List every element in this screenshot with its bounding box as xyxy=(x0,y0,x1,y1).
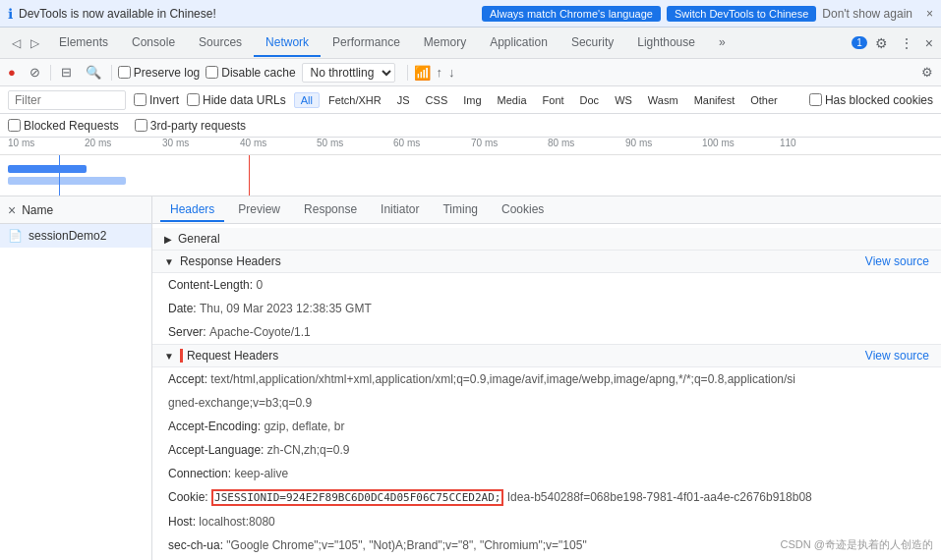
response-view-source-link[interactable]: View source xyxy=(865,254,929,268)
search-button[interactable]: 🔍 xyxy=(82,63,105,82)
request-header-accept: Accept: text/html,application/xhtml+xml,… xyxy=(152,367,941,391)
timeline-vline-red xyxy=(249,155,250,196)
type-other[interactable]: Other xyxy=(743,92,785,108)
disable-cache-check[interactable]: Disable cache xyxy=(206,66,295,80)
type-filters: All Fetch/XHR JS CSS Img Media Font Doc … xyxy=(294,92,785,108)
type-ws[interactable]: WS xyxy=(608,92,639,108)
response-headers-title: Response Headers xyxy=(180,254,281,268)
type-manifest[interactable]: Manifest xyxy=(687,92,742,108)
back-icon[interactable]: ◁ xyxy=(8,34,25,52)
tab-headers[interactable]: Headers xyxy=(160,198,224,222)
general-section-title: General xyxy=(178,232,220,246)
type-font[interactable]: Font xyxy=(536,92,571,108)
tab-network[interactable]: Network xyxy=(254,29,321,57)
type-img[interactable]: Img xyxy=(456,92,488,108)
type-wasm[interactable]: Wasm xyxy=(641,92,685,108)
request-headers-title: Request Headers xyxy=(180,349,278,363)
tab-timing[interactable]: Timing xyxy=(433,198,488,222)
upload-icon[interactable]: ↑ xyxy=(437,65,443,80)
type-fetch-xhr[interactable]: Fetch/XHR xyxy=(322,92,388,108)
switch-to-chinese-button[interactable]: Switch DevTools to Chinese xyxy=(667,6,816,22)
timeline-mark-40: 40 ms xyxy=(240,138,266,148)
response-headers-section[interactable]: ▼ Response Headers View source xyxy=(152,251,941,273)
response-header-server: Server: Apache-Coyote/1.1 xyxy=(152,320,941,344)
tab-response[interactable]: Response xyxy=(294,198,367,222)
tab-preview[interactable]: Preview xyxy=(228,198,290,222)
filter-input[interactable] xyxy=(8,90,126,110)
third-party-checkbox[interactable] xyxy=(135,119,147,132)
has-blocked-cookies-checkbox[interactable] xyxy=(809,93,822,106)
has-blocked-cookies-check[interactable]: Has blocked cookies xyxy=(809,93,933,107)
type-all[interactable]: All xyxy=(294,92,320,108)
hide-data-urls-checkbox[interactable] xyxy=(187,93,200,106)
blocked-requests-checkbox[interactable] xyxy=(8,119,21,132)
invert-checkbox[interactable] xyxy=(134,93,147,106)
close-panel-icon[interactable]: × xyxy=(8,202,16,218)
info-bar: ℹ DevTools is now available in Chinese! … xyxy=(0,0,941,28)
request-list: × Name 📄 sessionDemo2 xyxy=(0,196,152,560)
dont-show-again-link[interactable]: Don't show again xyxy=(822,7,912,21)
request-item-sessiondemo2[interactable]: 📄 sessionDemo2 xyxy=(0,224,151,248)
type-doc[interactable]: Doc xyxy=(573,92,607,108)
timeline-mark-20: 20 ms xyxy=(85,138,111,148)
general-arrow-icon: ▶ xyxy=(164,234,172,245)
network-settings-icon[interactable]: ⚙ xyxy=(917,63,937,82)
filter-button[interactable]: ⊟ xyxy=(57,63,76,82)
devtools-tabs: ◁ ▷ Elements Console Sources Network Per… xyxy=(0,28,941,59)
tab-elements[interactable]: Elements xyxy=(47,29,120,57)
request-headers-section[interactable]: ▼ Request Headers View source xyxy=(152,344,941,367)
type-media[interactable]: Media xyxy=(491,92,534,108)
timeline-bar-blue xyxy=(8,165,87,173)
tab-application[interactable]: Application xyxy=(478,29,559,57)
request-name: sessionDemo2 xyxy=(29,229,106,243)
nav-icons: ◁ ▷ xyxy=(4,34,47,52)
wifi-icon[interactable]: 📶 xyxy=(414,65,431,81)
timeline-bar-light xyxy=(8,177,126,185)
filter-bar: Invert Hide data URLs All Fetch/XHR JS C… xyxy=(0,86,941,114)
timeline-mark-50: 50 ms xyxy=(317,138,343,148)
blocked-bar: Blocked Requests 3rd-party requests xyxy=(0,114,941,138)
forward-icon[interactable]: ▷ xyxy=(27,34,43,52)
timeline-mark-80: 80 ms xyxy=(548,138,574,148)
request-view-source-link[interactable]: View source xyxy=(865,349,929,363)
info-close-button[interactable]: × xyxy=(926,7,933,21)
detail-content: ▶ General ▼ Response Headers View source… xyxy=(152,224,941,560)
request-header-connection: Connection: keep-alive xyxy=(152,462,941,485)
type-css[interactable]: CSS xyxy=(419,92,455,108)
timeline-mark-60: 60 ms xyxy=(393,138,420,148)
preserve-log-check[interactable]: Preserve log xyxy=(118,66,200,80)
match-language-button[interactable]: Always match Chrome's language xyxy=(482,6,661,22)
notification-badge: 1 xyxy=(852,36,867,49)
tab-sources[interactable]: Sources xyxy=(187,29,254,57)
record-button[interactable]: ● xyxy=(4,63,20,82)
throttle-select[interactable]: No throttling xyxy=(302,63,395,83)
tab-console[interactable]: Console xyxy=(120,29,187,57)
blocked-requests-check[interactable]: Blocked Requests xyxy=(8,119,119,133)
general-section-header[interactable]: ▶ General xyxy=(152,228,941,251)
tab-cookies[interactable]: Cookies xyxy=(492,198,554,222)
clear-button[interactable]: ⊘ xyxy=(26,63,44,82)
request-arrow-icon: ▼ xyxy=(164,351,174,362)
settings-icon[interactable]: ⚙ xyxy=(871,31,892,55)
tab-security[interactable]: Security xyxy=(559,29,625,57)
response-arrow-icon: ▼ xyxy=(164,256,174,267)
network-toolbar: ● ⊘ ⊟ 🔍 Preserve log Disable cache No th… xyxy=(0,59,941,86)
tab-lighthouse[interactable]: Lighthouse xyxy=(625,29,707,57)
timeline-mark-110: 110 xyxy=(780,138,796,148)
timeline-mark-90: 90 ms xyxy=(625,138,652,148)
invert-check[interactable]: Invert xyxy=(134,93,179,107)
close-devtools-icon[interactable]: × xyxy=(921,31,937,55)
tab-more[interactable]: » xyxy=(707,29,737,57)
third-party-check[interactable]: 3rd-party requests xyxy=(135,119,246,133)
response-header-content-length: Content-Length: 0 xyxy=(152,273,941,297)
download-icon[interactable]: ↓ xyxy=(448,65,455,80)
tab-memory[interactable]: Memory xyxy=(412,29,478,57)
tab-initiator[interactable]: Initiator xyxy=(371,198,429,222)
request-header-cookie: Cookie: JSESSIONID=924E2F89BC6D0DC4D05F0… xyxy=(152,485,941,510)
hide-data-urls-check[interactable]: Hide data URLs xyxy=(187,93,286,107)
more-options-icon[interactable]: ⋮ xyxy=(896,31,917,55)
disable-cache-checkbox[interactable] xyxy=(206,66,218,79)
preserve-log-checkbox[interactable] xyxy=(118,66,131,79)
tab-performance[interactable]: Performance xyxy=(321,29,412,57)
type-js[interactable]: JS xyxy=(390,92,417,108)
